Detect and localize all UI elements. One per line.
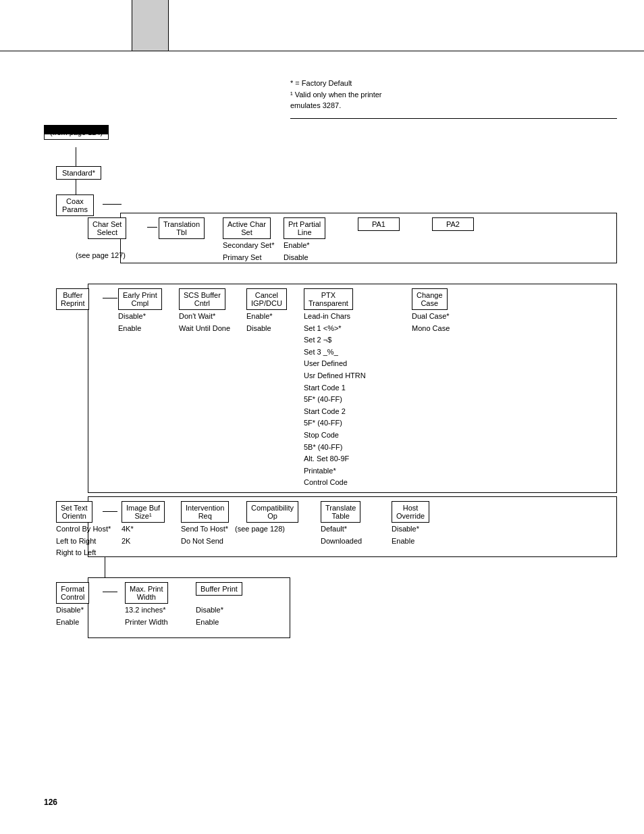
- buf-rep-line2: Reprint: [61, 299, 84, 307]
- change-line2: Case: [417, 299, 443, 307]
- connector-v3: [105, 557, 105, 577]
- change-case-box: Change Case: [412, 288, 448, 310]
- scs-buffer-sub: Don't Wait* Wait Until Done: [179, 311, 230, 334]
- active-line2: Set: [227, 228, 266, 236]
- char-set-line1: Char Set: [92, 220, 122, 228]
- buffer-print-sub: Disable* Enable: [196, 604, 223, 628]
- prt-partial-sub: Enable* Disable: [284, 240, 310, 263]
- trans-line1: Translation: [163, 220, 200, 228]
- max-print-width-box: Max. Print Width: [125, 582, 168, 604]
- stt-line1: Set Text: [61, 504, 88, 512]
- translation-tbl-box: Translation Tbl: [159, 217, 205, 239]
- ptx-line1: PTX: [308, 291, 348, 299]
- active-char-set-box: Active Char Set: [223, 217, 271, 239]
- connector-h5: [103, 592, 117, 592]
- prt-line1: Prt Partial: [288, 220, 321, 228]
- compat-line1: Compatibility: [251, 504, 294, 512]
- intervention-req-box: Intervention Req: [181, 501, 229, 523]
- set-text-orientn-box: Set Text Orientn: [56, 501, 92, 523]
- compatibility-op-box: Compatibility Op: [246, 501, 298, 523]
- early-print-sub: Disable* Enable: [118, 311, 146, 334]
- pa2-box: PA2: [432, 217, 474, 231]
- change-line1: Change: [417, 291, 443, 299]
- active-char-sub: Secondary Set* Primary Set: [223, 240, 274, 263]
- compat-op-sub: (see page 128): [235, 523, 285, 536]
- scs-buffer-box: SCS Buffer Cntrl: [179, 288, 225, 310]
- trans-t-line2: Table: [325, 512, 356, 520]
- active-line1: Active Char: [227, 220, 266, 228]
- scs-line2: Cntrl: [184, 299, 221, 307]
- connector-h4: [103, 511, 117, 512]
- early-line1: Early Print: [123, 291, 157, 299]
- img-line1: Image Buf: [126, 504, 160, 512]
- translate-table-sub: Default* Downloaded: [321, 523, 362, 547]
- interv-line1: Intervention: [186, 504, 224, 512]
- coax-line2: Params: [62, 205, 88, 213]
- section4-border: [88, 577, 290, 638]
- legend: * = Factory Default ¹ Valid only when th…: [290, 78, 382, 111]
- interv-line2: Req: [186, 512, 224, 520]
- prt-line2: Line: [288, 228, 321, 236]
- format-control-sub: Disable* Enable: [56, 604, 84, 628]
- ptx-transparent-box: PTX Transparent: [304, 288, 353, 310]
- intervention-sub: Send To Host* Do Not Send: [181, 523, 228, 547]
- char-set-line2: Select: [92, 228, 122, 236]
- from-page-header: [44, 125, 108, 134]
- early-line2: Cmpl: [123, 299, 157, 307]
- stt-line2: Orientn: [61, 512, 88, 520]
- connector-v1: [76, 147, 76, 166]
- compat-line2: Op: [251, 512, 294, 520]
- translate-table-box: Translate Table: [321, 501, 360, 523]
- trans-line2: Tbl: [163, 228, 200, 236]
- image-buf-size-box: Image Buf Size¹: [122, 501, 165, 523]
- max-line2: Width: [130, 593, 163, 601]
- top-rule: [0, 51, 644, 51]
- format-line2: Control: [61, 593, 84, 601]
- buffer-print-box: Buffer Print: [196, 582, 242, 596]
- connector-v2: [76, 180, 76, 194]
- page-number: 126: [44, 798, 57, 807]
- set-text-sub: Control By Host* Left to Right Right to …: [56, 523, 111, 559]
- host-line1: Host: [396, 504, 425, 512]
- standard-label: Standard*: [62, 169, 95, 177]
- buffer-reprint-box: Buffer Reprint: [56, 288, 89, 310]
- max-line1: Max. Print: [130, 585, 163, 593]
- image-buf-sub: 4K* 2K: [122, 523, 134, 547]
- legend-line3: emulates 3287.: [290, 100, 382, 111]
- cancel-igp-box: Cancel IGP/DCU: [246, 288, 287, 310]
- format-line1: Format: [61, 585, 84, 593]
- host-line2: Override: [396, 512, 425, 520]
- early-print-box: Early Print Cmpl: [118, 288, 162, 310]
- host-override-sub: Disable* Enable: [392, 523, 419, 547]
- scs-line1: SCS Buffer: [184, 291, 221, 299]
- pa1-box: PA1: [358, 217, 400, 231]
- host-override-box: Host Override: [392, 501, 429, 523]
- char-set-select-box: Char Set Select: [88, 217, 126, 239]
- ptx-transparent-sub: Lead-in Chars Set 1 <%>* Set 2 ¬$ Set 3 …: [304, 311, 366, 489]
- cancel-line2: IGP/DCU: [251, 299, 282, 307]
- see-page-127: (see page 127): [76, 251, 126, 259]
- cancel-igp-sub: Enable* Disable: [246, 311, 273, 334]
- prt-partial-line-box: Prt Partial Line: [284, 217, 325, 239]
- ptx-line2: Transparent: [308, 299, 348, 307]
- buf-print-line1: Buffer Print: [200, 585, 238, 593]
- cancel-line1: Cancel: [251, 291, 282, 299]
- connector-h3: [103, 298, 117, 298]
- connector-h1: [103, 204, 122, 205]
- buf-rep-line1: Buffer: [61, 291, 84, 299]
- legend-line2: ¹ Valid only when the printer: [290, 89, 382, 101]
- format-control-box: Format Control: [56, 582, 89, 604]
- change-case-sub: Dual Case* Mono Case: [412, 311, 450, 334]
- standard-box: Standard*: [56, 166, 101, 180]
- trans-t-line1: Translate: [325, 504, 356, 512]
- legend-line1: * = Factory Default: [290, 78, 382, 89]
- coax-params-box: Coax Params: [56, 194, 94, 216]
- coax-line1: Coax: [62, 197, 88, 205]
- img-line2: Size¹: [126, 512, 160, 520]
- max-print-sub: 13.2 inches* Printer Width: [125, 604, 168, 628]
- content-rule: [290, 118, 617, 119]
- page-bookmark: [132, 0, 169, 51]
- connector-h2: [147, 227, 157, 228]
